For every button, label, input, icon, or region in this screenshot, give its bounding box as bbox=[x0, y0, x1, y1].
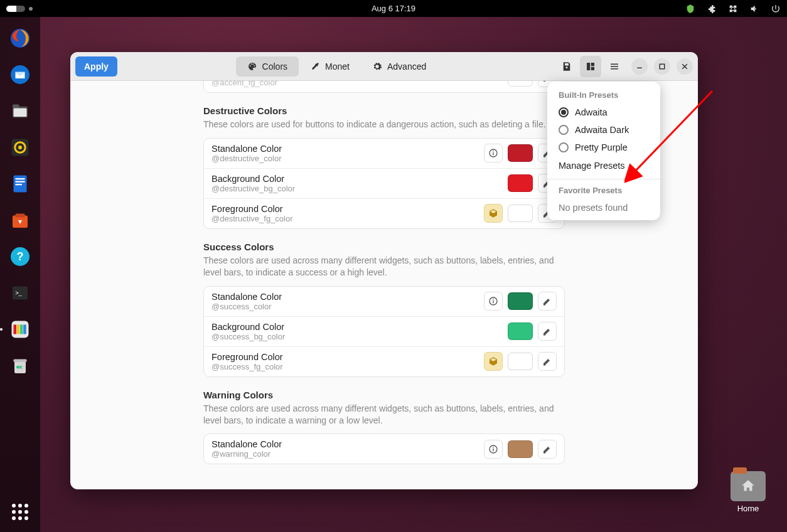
tab-colors[interactable]: Colors bbox=[236, 56, 299, 77]
section-desc: These colors are used across many differ… bbox=[203, 255, 565, 279]
gnome-top-bar: Aug 6 17:19 bbox=[0, 0, 787, 17]
dock-trash[interactable] bbox=[5, 351, 35, 381]
section-title: Destructive Colors bbox=[203, 105, 565, 116]
svg-point-34 bbox=[24, 516, 28, 520]
main-menu-button[interactable] bbox=[604, 56, 625, 77]
clock[interactable]: Aug 6 17:19 bbox=[372, 4, 415, 13]
svg-rect-13 bbox=[16, 214, 25, 218]
svg-rect-19 bbox=[14, 325, 17, 334]
preset-label: Adwaita bbox=[575, 107, 608, 117]
dock-files[interactable] bbox=[5, 96, 35, 126]
dock-gradience[interactable] bbox=[5, 314, 35, 344]
dock-show-apps[interactable] bbox=[5, 497, 35, 527]
color-row: Background Color@success_bg_color bbox=[204, 317, 564, 347]
row-title: Background Color bbox=[211, 174, 503, 184]
dock-writer[interactable] bbox=[5, 169, 35, 199]
presets-popover: Built-In Presets AdwaitaAdwaita DarkPret… bbox=[547, 82, 660, 220]
color-swatch[interactable] bbox=[508, 292, 533, 310]
dock-firefox[interactable] bbox=[5, 23, 35, 53]
color-swatch[interactable] bbox=[508, 322, 533, 340]
svg-rect-10 bbox=[16, 181, 25, 183]
section-desc: These colors are used for buttons to ind… bbox=[203, 119, 565, 130]
section-desc: These colors are used across many differ… bbox=[203, 403, 565, 427]
edit-color-button[interactable] bbox=[538, 292, 557, 311]
popover-empty-text: No presets found bbox=[547, 199, 660, 216]
pencil-icon bbox=[542, 444, 552, 454]
svg-rect-37 bbox=[493, 152, 493, 156]
extension-icon bbox=[707, 4, 717, 14]
svg-rect-35 bbox=[660, 64, 665, 69]
system-status-area[interactable] bbox=[685, 4, 781, 14]
info-icon bbox=[488, 444, 498, 454]
preset-radio-item[interactable]: Pretty Purple bbox=[547, 139, 660, 156]
headerbar: Apply Colors Monet Advanced bbox=[70, 52, 698, 81]
tab-advanced-label: Advanced bbox=[387, 61, 426, 72]
activities-pill-icon bbox=[6, 6, 25, 12]
desktop-home-label: Home bbox=[737, 504, 759, 513]
row-variable: @destructive_bg_color bbox=[211, 184, 503, 193]
svg-text:?: ? bbox=[17, 250, 24, 263]
color-swatch[interactable] bbox=[508, 205, 533, 222]
desktop-home-icon[interactable]: Home bbox=[731, 471, 766, 513]
pencil-icon bbox=[542, 296, 552, 306]
section-destructive: Destructive Colors These colors are used… bbox=[203, 105, 565, 229]
tab-advanced[interactable]: Advanced bbox=[361, 56, 437, 77]
dock-terminal[interactable]: >_ bbox=[5, 278, 35, 308]
network-icon bbox=[728, 4, 738, 14]
tab-monet[interactable]: Monet bbox=[299, 56, 361, 77]
info-button[interactable] bbox=[484, 292, 503, 311]
manage-presets-item[interactable]: Manage Presets bbox=[547, 156, 660, 175]
popover-builtin-header: Built-In Presets bbox=[547, 88, 660, 104]
close-icon bbox=[681, 63, 688, 70]
svg-rect-9 bbox=[16, 178, 25, 179]
color-swatch[interactable] bbox=[508, 440, 533, 458]
preset-label: Adwaita Dark bbox=[575, 125, 629, 135]
warning-chip[interactable] bbox=[484, 204, 503, 223]
view-switcher: Colors Monet Advanced bbox=[236, 56, 438, 77]
svg-rect-41 bbox=[493, 299, 493, 299]
dock-help[interactable]: ? bbox=[5, 242, 35, 272]
svg-point-28 bbox=[24, 504, 28, 508]
preset-radio-list: AdwaitaAdwaita DarkPretty Purple bbox=[547, 104, 660, 156]
package-icon bbox=[488, 208, 498, 218]
warning-chip[interactable] bbox=[484, 352, 503, 371]
info-icon bbox=[488, 148, 498, 158]
window-maximize-button[interactable] bbox=[654, 58, 670, 75]
activities-corner[interactable] bbox=[6, 6, 33, 12]
save-preset-button[interactable] bbox=[556, 56, 577, 77]
section-rows: Standalone Color@success_colorBackground… bbox=[203, 286, 565, 377]
row-title: Standalone Color bbox=[211, 144, 479, 154]
color-swatch[interactable] bbox=[508, 144, 533, 162]
dock-rhythmbox[interactable] bbox=[5, 132, 35, 162]
radio-icon bbox=[559, 107, 569, 117]
info-button[interactable] bbox=[484, 144, 503, 162]
section-rows: Standalone Color@warning_color bbox=[203, 434, 565, 464]
svg-text:>_: >_ bbox=[16, 290, 23, 296]
preset-radio-item[interactable]: Adwaita Dark bbox=[547, 121, 660, 139]
svg-rect-21 bbox=[20, 325, 23, 334]
svg-point-27 bbox=[18, 504, 22, 508]
row-variable: @destructive_color bbox=[211, 154, 479, 163]
dock-thunderbird[interactable] bbox=[5, 60, 35, 90]
row-title: Background Color bbox=[211, 322, 503, 332]
preset-radio-item[interactable]: Adwaita bbox=[547, 104, 660, 121]
color-row: Standalone Color@warning_color bbox=[204, 434, 564, 464]
edit-color-button[interactable] bbox=[538, 352, 557, 371]
maximize-icon bbox=[658, 63, 666, 70]
edit-color-button[interactable] bbox=[538, 440, 557, 459]
color-swatch[interactable] bbox=[508, 353, 533, 370]
color-swatch[interactable] bbox=[508, 81, 533, 87]
presets-menu-button[interactable] bbox=[580, 56, 601, 77]
svg-point-25 bbox=[16, 366, 19, 369]
dock-software[interactable] bbox=[5, 205, 35, 235]
pencil-icon bbox=[542, 356, 552, 366]
svg-point-7 bbox=[18, 146, 22, 149]
window-minimize-button[interactable] bbox=[631, 58, 648, 75]
apply-button[interactable]: Apply bbox=[75, 56, 117, 77]
color-swatch[interactable] bbox=[508, 174, 533, 192]
info-button[interactable] bbox=[484, 440, 503, 459]
home-folder-icon bbox=[731, 471, 766, 501]
edit-color-button[interactable] bbox=[538, 322, 557, 341]
radio-icon bbox=[559, 125, 569, 135]
window-close-button[interactable] bbox=[677, 58, 693, 75]
